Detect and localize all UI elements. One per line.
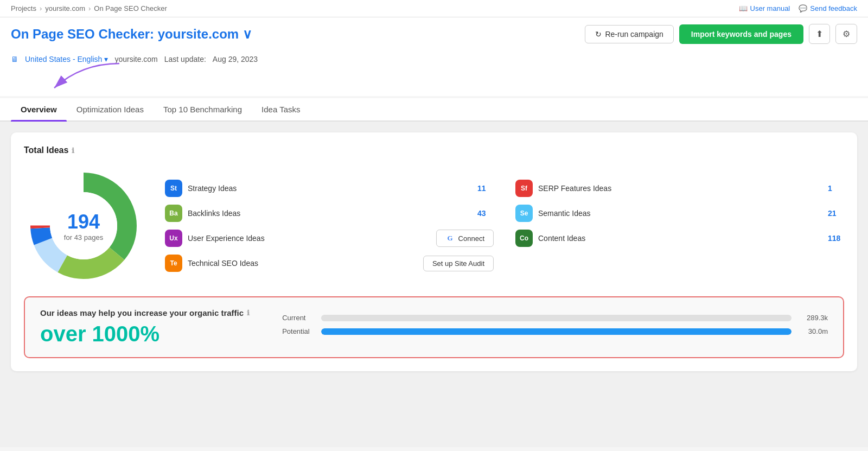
badge-serp: Sf: [515, 180, 533, 197]
badge-technical: Te: [165, 255, 182, 272]
current-bar-fill: [321, 315, 359, 321]
badge-strategy: St: [165, 180, 182, 197]
arrow-annotation: [0, 63, 868, 96]
donut-center: 194 for 43 pages: [64, 211, 103, 242]
content-count[interactable]: 118: [828, 234, 844, 243]
backlinks-count[interactable]: 43: [477, 209, 494, 218]
top-bar: Projects › yoursite.com › On Page SEO Ch…: [0, 0, 868, 17]
potential-label: Potential: [282, 327, 315, 335]
ideas-list: St Strategy Ideas 11 Sf SERP Features Id…: [165, 180, 844, 272]
import-button[interactable]: Import keywords and pages: [679, 24, 803, 44]
traffic-percentage: over 1000%: [40, 322, 250, 346]
traffic-bars: Current 289.3k Potential 30.0m: [282, 314, 828, 341]
page-title: On Page SEO Checker: yoursite.com ∨: [11, 27, 252, 42]
idea-row-technical: Te Technical SEO Ideas Set up Site Audit: [165, 255, 494, 272]
potential-bar-track: [321, 328, 792, 335]
rerun-button[interactable]: ↻ Re-run campaign: [585, 25, 673, 43]
settings-button[interactable]: ⚙: [835, 24, 857, 44]
tab-optimization[interactable]: Optimization Ideas: [67, 98, 154, 120]
current-value: 289.3k: [798, 314, 828, 322]
backlinks-label: Backlinks Ideas: [188, 209, 472, 218]
send-feedback-link[interactable]: 💬 Send feedback: [799, 4, 857, 12]
badge-ux: Ux: [165, 230, 182, 247]
current-bar-row: Current 289.3k: [282, 314, 828, 322]
tab-overview[interactable]: Overview: [11, 98, 67, 120]
breadcrumb-projects[interactable]: Projects: [11, 4, 36, 12]
traffic-info-icon[interactable]: ℹ: [247, 309, 250, 317]
idea-row-content: Co Content Ideas 118: [515, 230, 844, 247]
last-update-label: Last update:: [164, 55, 206, 63]
card-title: Total Ideas ℹ: [24, 145, 844, 155]
technical-label: Technical SEO Ideas: [188, 259, 418, 268]
potential-bar-row: Potential 30.0m: [282, 327, 828, 335]
donut-chart: 194 for 43 pages: [24, 166, 143, 285]
connect-button[interactable]: G Connect: [436, 230, 494, 247]
breadcrumb: Projects › yoursite.com › On Page SEO Ch…: [11, 4, 167, 12]
breadcrumb-sep1: ›: [40, 4, 42, 12]
potential-value: 30.0m: [798, 327, 828, 335]
semantic-count[interactable]: 21: [828, 209, 844, 218]
idea-row-ux: Ux User Experience Ideas G Connect: [165, 230, 494, 247]
potential-bar-fill: [321, 328, 792, 335]
content-label: Content Ideas: [538, 234, 822, 243]
badge-semantic: Se: [515, 205, 533, 222]
refresh-icon: ↻: [595, 30, 602, 39]
breadcrumb-sep2: ›: [88, 4, 91, 12]
site-name-link[interactable]: yoursite.com ∨: [158, 27, 252, 41]
arrow-svg: [11, 58, 141, 96]
feedback-icon: 💬: [799, 4, 807, 12]
tab-benchmarking[interactable]: Top 10 Benchmarking: [154, 98, 252, 120]
total-ideas-card: Total Ideas ℹ: [11, 132, 857, 371]
ux-label: User Experience Ideas: [188, 234, 431, 243]
strategy-count[interactable]: 11: [477, 184, 494, 193]
total-count: 194: [64, 211, 103, 233]
current-bar-track: [321, 315, 792, 321]
info-icon[interactable]: ℹ: [72, 147, 74, 155]
idea-row-semantic: Se Semantic Ideas 21: [515, 205, 844, 222]
traffic-box: Our ideas may help you increase your org…: [24, 296, 844, 358]
tabs: Overview Optimization Ideas Top 10 Bench…: [0, 98, 868, 122]
badge-backlinks: Ba: [165, 205, 182, 222]
header-actions: ↻ Re-run campaign Import keywords and pa…: [585, 24, 857, 44]
total-subtitle: for 43 pages: [64, 233, 103, 242]
google-icon: G: [445, 233, 455, 243]
idea-row-strategy: St Strategy Ideas 11: [165, 180, 494, 197]
book-icon: 📖: [739, 4, 748, 12]
breadcrumb-site[interactable]: yoursite.com: [45, 4, 85, 12]
tab-tasks[interactable]: Idea Tasks: [252, 98, 310, 120]
breadcrumb-page: On Page SEO Checker: [94, 4, 167, 12]
share-button[interactable]: ⬆: [809, 24, 830, 44]
traffic-left: Our ideas may help you increase your org…: [40, 308, 250, 346]
idea-row-backlinks: Ba Backlinks Ideas 43: [165, 205, 494, 222]
traffic-title: Our ideas may help you increase your org…: [40, 308, 250, 317]
current-label: Current: [282, 314, 315, 322]
strategy-label: Strategy Ideas: [188, 184, 472, 193]
last-update-date: Aug 29, 2023: [213, 55, 258, 63]
page-header: On Page SEO Checker: yoursite.com ∨ ↻ Re…: [0, 17, 868, 50]
badge-content: Co: [515, 230, 533, 247]
semantic-label: Semantic Ideas: [538, 209, 822, 218]
user-manual-link[interactable]: 📖 User manual: [739, 4, 790, 12]
ideas-content: 194 for 43 pages St Strategy Ideas 11 Sf…: [24, 166, 844, 285]
main-content: Total Ideas ℹ: [0, 122, 868, 447]
serp-count[interactable]: 1: [828, 184, 844, 193]
siteaudit-button[interactable]: Set up Site Audit: [423, 256, 494, 271]
serp-label: SERP Features Ideas: [538, 184, 822, 193]
idea-row-serp: Sf SERP Features Ideas 1: [515, 180, 844, 197]
top-bar-right: 📖 User manual 💬 Send feedback: [739, 4, 857, 12]
